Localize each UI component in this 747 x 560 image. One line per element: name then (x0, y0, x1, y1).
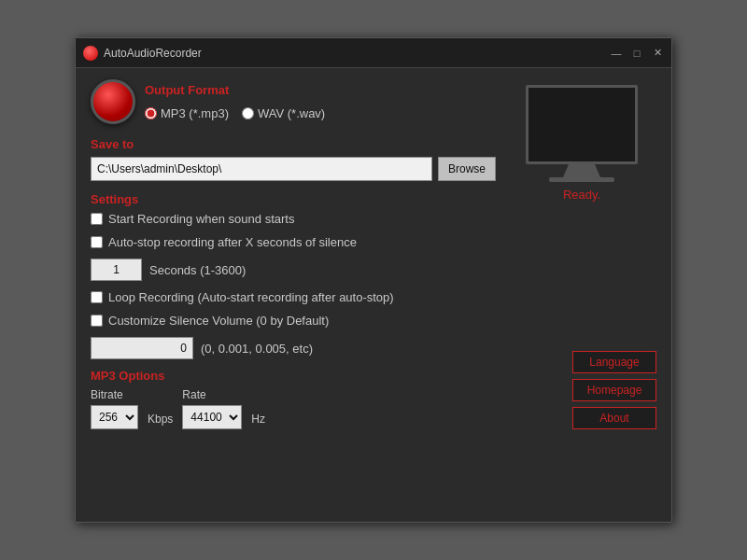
silence-vol-checkbox[interactable] (91, 315, 103, 327)
monitor-screen (526, 85, 638, 164)
silence-input-row: (0, 0.001, 0.005, etc) (91, 337, 496, 359)
wav-label: WAV (*.wav) (258, 106, 325, 120)
auto-stop-row: Auto-stop recording after X seconds of s… (91, 235, 496, 249)
loop-label: Loop Recording (Auto-start recording aft… (108, 290, 394, 304)
bitrate-col: Bitrate 128 192 256 320 (91, 388, 138, 429)
hz-label: Hz (251, 413, 265, 426)
save-to-label: Save to (91, 137, 496, 151)
settings-label: Settings (91, 192, 496, 206)
rate-label: Rate (182, 388, 242, 401)
silence-input[interactable] (91, 337, 193, 359)
record-button[interactable] (91, 79, 135, 124)
monitor-base (549, 177, 614, 182)
ready-label: Ready. (563, 188, 600, 202)
window-title: AutoAudioRecorder (104, 47, 610, 60)
mp3-label: MP3 (*.mp3) (161, 106, 229, 120)
main-window: AutoAudioRecorder — □ ✕ Output Format MP… (75, 37, 672, 523)
start-recording-label: Start Recording when sound starts (108, 212, 294, 226)
close-button[interactable]: ✕ (651, 47, 664, 60)
homepage-button[interactable]: Homepage (572, 379, 656, 401)
bitrate-select[interactable]: 128 192 256 320 (91, 405, 138, 429)
mp3-options-label: MP3 Options (91, 369, 496, 383)
language-button[interactable]: Language (572, 351, 656, 373)
silence-vol-row: Customize Silence Volume (0 by Default) (91, 314, 496, 328)
window-controls: — □ ✕ (610, 47, 664, 60)
seconds-hint: Seconds (1-3600) (149, 263, 246, 277)
left-panel: Output Format MP3 (*.mp3) WAV (*.wav) (91, 79, 496, 429)
loop-row: Loop Recording (Auto-start recording aft… (91, 290, 496, 304)
wav-radio[interactable] (242, 107, 254, 119)
format-options: Output Format MP3 (*.mp3) WAV (*.wav) (145, 83, 325, 120)
browse-button[interactable]: Browse (438, 157, 496, 181)
start-recording-checkbox[interactable] (91, 213, 103, 225)
titlebar: AutoAudioRecorder — □ ✕ (76, 38, 671, 68)
loop-checkbox[interactable] (91, 291, 103, 303)
radio-row: MP3 (*.mp3) WAV (*.wav) (145, 106, 325, 120)
auto-stop-checkbox[interactable] (91, 236, 103, 248)
app-icon (83, 46, 98, 61)
save-to-section: Save to Browse (91, 137, 496, 181)
mp3-option[interactable]: MP3 (*.mp3) (145, 106, 229, 120)
maximize-button[interactable]: □ (630, 47, 643, 60)
minimize-button[interactable]: — (610, 47, 623, 60)
settings-section: Settings Start Recording when sound star… (91, 192, 496, 359)
seconds-input[interactable] (91, 259, 142, 281)
rate-select[interactable]: 22050 44100 48000 (182, 405, 242, 429)
monitor-stand (563, 164, 600, 177)
mp3-radio[interactable] (145, 107, 157, 119)
path-input[interactable] (91, 157, 432, 181)
about-button[interactable]: About (572, 407, 656, 429)
mp3-section: MP3 Options Bitrate 128 192 256 320 Kbps… (91, 369, 496, 429)
wav-option[interactable]: WAV (*.wav) (242, 106, 325, 120)
start-recording-row: Start Recording when sound starts (91, 212, 496, 226)
auto-stop-label: Auto-stop recording after X seconds of s… (108, 235, 357, 249)
path-row: Browse (91, 157, 496, 181)
rate-col: Rate 22050 44100 48000 (182, 388, 242, 429)
mp3-row: Bitrate 128 192 256 320 Kbps Rate 22050 (91, 388, 496, 429)
output-format-label: Output Format (145, 83, 325, 97)
right-buttons: Language Homepage About (507, 351, 656, 429)
right-panel: Ready. Language Homepage About (507, 79, 656, 429)
silence-hint: (0, 0.001, 0.005, etc) (201, 342, 313, 356)
silence-vol-label: Customize Silence Volume (0 by Default) (108, 314, 329, 328)
seconds-row: Seconds (1-3600) (91, 259, 496, 281)
monitor (521, 85, 642, 178)
kbps-label: Kbps (148, 413, 173, 426)
output-format-section: Output Format MP3 (*.mp3) WAV (*.wav) (91, 79, 496, 124)
main-content: Output Format MP3 (*.mp3) WAV (*.wav) (76, 68, 671, 441)
bitrate-label: Bitrate (91, 388, 138, 401)
